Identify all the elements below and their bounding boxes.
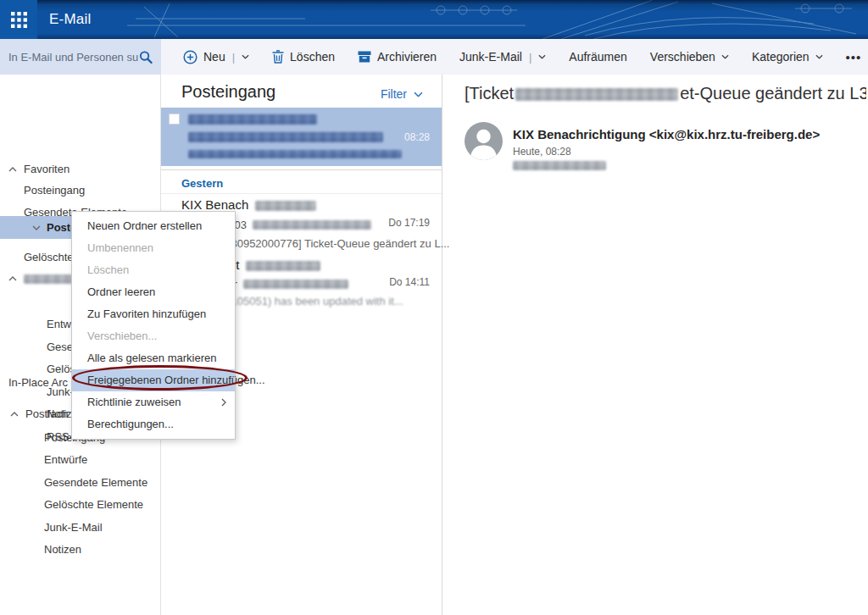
move-button[interactable]: Verschieben — [650, 50, 729, 64]
header-shading — [0, 0, 868, 39]
sidebar-item-label: Notizen — [44, 539, 81, 561]
chevron-up-icon[interactable] — [8, 167, 17, 172]
sidebar-item-notizen-acct2[interactable]: Notizen — [0, 539, 161, 561]
subject-suffix: et-Queue geändert zu L3- — [680, 84, 866, 102]
sidebar-item-label: Gesendete Elemente — [44, 472, 147, 494]
archive-button[interactable]: Archivieren — [358, 50, 437, 64]
chevron-up-icon[interactable] — [10, 412, 19, 417]
sidebar-section-favorites[interactable]: Favoriten — [0, 158, 161, 180]
redacted-subject — [188, 132, 383, 142]
app-title: E-Mail — [49, 0, 91, 39]
sidebar-item-label: In-Place Arc — [8, 372, 68, 394]
categories-button-label: Kategorien — [752, 50, 810, 64]
sweep-button[interactable]: Aufräumen — [569, 50, 626, 64]
sidebar-section-label: Favoriten — [24, 158, 70, 180]
junk-button-label: Junk-E-Mail — [459, 50, 522, 64]
app-launcher-icon — [11, 12, 27, 28]
message-checkbox[interactable] — [169, 114, 180, 125]
date-group-header: Gestern — [161, 169, 442, 194]
junk-button[interactable]: Junk-E-Mail | — [459, 50, 546, 64]
filter-label: Filter — [381, 87, 407, 101]
archive-button-label: Archivieren — [377, 50, 437, 64]
menu-item-neuen-ordner-erstellen[interactable]: Neuen Ordner erstellen — [72, 215, 235, 237]
menu-item-label: Richtlinie zuweisen — [87, 396, 181, 408]
message-date: Heute, 08:28 — [513, 146, 571, 158]
redacted-sender-part — [255, 201, 316, 211]
menu-item-zu-favoriten-hinzufuegen[interactable]: Zu Favoriten hinzufügen — [72, 303, 235, 325]
command-bar: Neu | Löschen A — [161, 39, 868, 75]
owa-mail-window: E-Mail In E-Mail und Personen su... Neu … — [0, 0, 868, 615]
plus-circle-icon — [183, 50, 198, 64]
sidebar-item-geloeschte-acct2[interactable]: Gelöschte Elemente — [0, 494, 161, 516]
message-time: 08:28 — [404, 131, 430, 143]
chevron-right-icon — [221, 398, 226, 407]
redacted-sender-part — [246, 261, 320, 271]
archive-box-icon — [358, 51, 371, 63]
chevron-up-icon[interactable] — [8, 276, 17, 281]
message-sender-fragment: t — [236, 258, 239, 272]
sidebar-item-label: Entwürfe — [44, 449, 87, 471]
date-group-label: Gestern — [181, 177, 223, 190]
message-row-selected[interactable]: 08:28 — [161, 108, 442, 166]
redacted-recipient — [513, 161, 606, 170]
more-commands-button[interactable]: ••• — [846, 50, 862, 64]
command-row: In E-Mail und Personen su... Neu | — [0, 39, 868, 75]
menu-item-richtlinie-zuweisen[interactable]: Richtlinie zuweisen — [72, 391, 235, 413]
sidebar-item-posteingang-fav[interactable]: Posteingang — [0, 180, 161, 202]
search-placeholder: In E-Mail und Personen su... — [8, 51, 139, 64]
sidebar-item-label: Gelöschte Elemente — [44, 494, 143, 516]
chevron-down-icon[interactable] — [242, 54, 249, 59]
subject-prefix: [Ticket — [465, 84, 514, 102]
list-title: Posteingang — [181, 82, 275, 102]
chevron-down-icon[interactable] — [538, 54, 546, 59]
chevron-down-icon[interactable] — [32, 225, 41, 230]
redacted-preview — [188, 150, 402, 158]
redacted-subject-part — [253, 220, 371, 230]
delete-button[interactable]: Löschen — [272, 50, 335, 64]
redacted-sender — [188, 114, 317, 125]
menu-item-berechtigungen[interactable]: Berechtigungen... — [72, 413, 235, 435]
message-sender-fragment: KIX Benach — [181, 197, 248, 212]
trash-icon — [272, 50, 284, 64]
message-time: Do 17:19 — [388, 217, 430, 229]
menu-item-umbenennen: Umbenennen — [72, 237, 235, 259]
sidebar-item-label: Posteingang — [24, 180, 85, 202]
menu-item-ordner-leeren[interactable]: Ordner leeren — [72, 281, 235, 303]
menu-item-verschieben: Verschieben... — [72, 325, 235, 347]
redacted-subject-middle — [515, 88, 678, 101]
sender-avatar — [465, 122, 503, 160]
categories-button[interactable]: Kategorien — [752, 50, 823, 64]
search-box[interactable]: In E-Mail und Personen su... — [0, 39, 161, 75]
app-header: E-Mail — [0, 0, 868, 39]
message-preview: 30952000776] Ticket-Queue geändert zu L.… — [231, 237, 449, 250]
sidebar-section-label: Postfach d — [25, 403, 77, 425]
search-icon[interactable] — [139, 50, 153, 64]
sidebar-item-entwuerfe-acct2[interactable]: Entwürfe — [0, 449, 161, 471]
message-subject-fragment: 03 — [234, 219, 246, 231]
junk-split-separator: | — [529, 51, 531, 64]
redacted-subject-part — [243, 280, 348, 289]
delete-button-label: Löschen — [290, 50, 335, 64]
folder-context-menu: Neuen Ordner erstellen Umbenennen Lösche… — [71, 211, 236, 440]
move-button-label: Verschieben — [650, 50, 715, 64]
chevron-down-icon — [414, 91, 423, 97]
filter-button[interactable]: Filter — [381, 87, 423, 101]
chevron-down-icon[interactable] — [721, 54, 729, 59]
sender-line[interactable]: KIX Benachrichtigung <kix@kix.hrz.tu-fre… — [513, 127, 820, 141]
sidebar-item-junk-acct2[interactable]: Junk-E-Mail — [0, 517, 161, 539]
sidebar-item-gesendete-acct2[interactable]: Gesendete Elemente — [0, 472, 161, 494]
new-button-label: Neu — [203, 50, 225, 64]
sidebar-item-label: Junk-E-Mail — [44, 517, 103, 539]
menu-item-loeschen: Löschen — [72, 259, 235, 281]
sweep-button-label: Aufräumen — [569, 50, 626, 64]
reading-pane: [Ticketet-Queue geändert zu L3- KIX Bena… — [443, 75, 868, 615]
menu-item-freigegebenen-ordner-hinzufuegen[interactable]: Freigegebenen Ordner hinzufügen... — [72, 369, 235, 391]
menu-item-alle-als-gelesen-markieren[interactable]: Alle als gelesen markieren — [72, 347, 235, 369]
message-time: Do 14:11 — [389, 276, 430, 288]
new-split-separator: | — [232, 51, 235, 64]
chevron-down-icon[interactable] — [815, 54, 823, 59]
new-button[interactable]: Neu | — [183, 50, 249, 64]
app-launcher-button[interactable] — [0, 0, 37, 39]
person-icon — [465, 122, 503, 160]
message-subject: [Ticketet-Queue geändert zu L3- — [465, 84, 866, 103]
